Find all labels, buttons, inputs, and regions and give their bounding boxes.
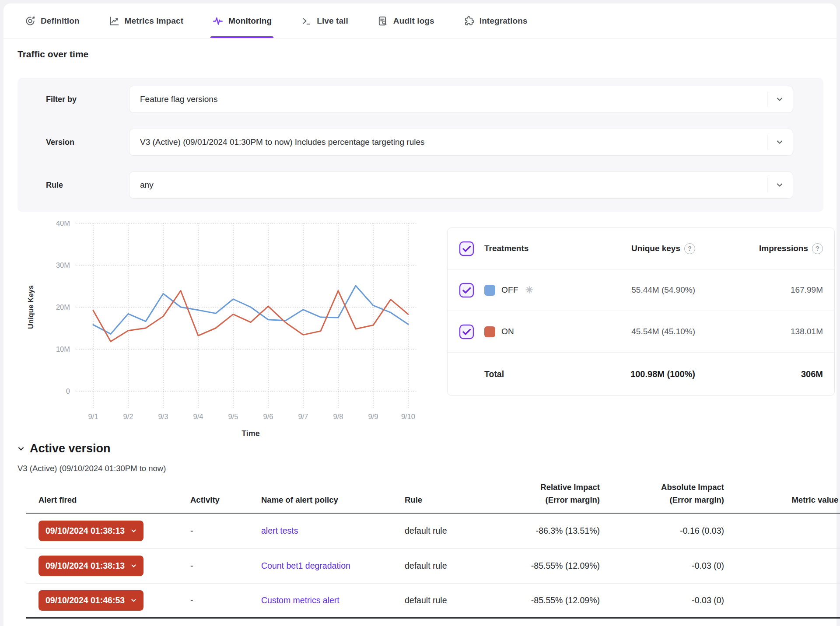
tab-integrations[interactable]: Integrations	[463, 3, 528, 38]
combo-divider	[767, 92, 767, 107]
off-impressions: 167.99M	[695, 285, 823, 295]
tab-audit-logs[interactable]: Audit logs	[377, 3, 434, 38]
col-activity: Activity	[190, 494, 261, 507]
unique-keys-column-header: Unique keys	[631, 244, 680, 253]
tab-live-tail[interactable]: Live tail	[301, 3, 348, 38]
tab-label: Integrations	[480, 16, 528, 26]
alert-relative-impact: -85.55% (12.09%)	[505, 561, 600, 571]
svg-text:9/3: 9/3	[158, 413, 168, 420]
alert-rule: default rule	[405, 526, 505, 536]
alert-fired-badge[interactable]: 09/10/2024 01:38:13	[38, 556, 144, 576]
col-rule: Rule	[405, 494, 505, 507]
svg-text:9/5: 9/5	[228, 413, 238, 420]
alert-metric-value: 0.03 (	[724, 595, 840, 605]
on-unique-keys: 45.54M (45.10%)	[602, 327, 695, 336]
treatment-row-off: OFF ✳ 55.44M (54.90%) 167.99M	[448, 269, 834, 311]
alert-fired-badge[interactable]: 09/10/2024 01:46:53	[38, 590, 144, 611]
tab-label: Live tail	[317, 16, 348, 26]
chevron-down-icon	[775, 138, 793, 147]
off-color-swatch	[484, 285, 495, 296]
chevron-down-icon	[775, 181, 793, 189]
off-checkbox[interactable]	[459, 283, 474, 298]
combo-divider	[767, 178, 767, 192]
treatment-name: OFF	[501, 285, 518, 295]
alert-policy-link[interactable]: Custom metrics alert	[261, 595, 340, 605]
active-version-title: Active version	[30, 442, 111, 455]
version-label: Version	[46, 138, 129, 147]
filter-row-version: Version V3 (Active) (09/01/2024 01:30PM …	[46, 129, 793, 156]
alert-policy-link[interactable]: Count bet1 degradation	[261, 561, 350, 570]
total-unique-keys: 100.98M (100%)	[602, 369, 695, 379]
alert-fired-badge[interactable]: 09/10/2024 01:38:13	[38, 521, 144, 541]
treatments-total-row: Total 100.98M (100%) 306M	[448, 353, 834, 395]
alert-row-1: 09/10/2024 01:38:13 - alert tests defaul…	[26, 514, 840, 549]
svg-text:9/10: 9/10	[401, 413, 415, 420]
treatments-column-header: Treatments	[484, 244, 602, 253]
alerts-header-row: Alert fired Activity Name of alert polic…	[26, 481, 840, 514]
svg-text:0: 0	[66, 387, 70, 395]
impressions-column-header: Impressions	[759, 244, 808, 253]
terminal-icon	[301, 15, 312, 27]
alert-relative-impact: -85.55% (12.09%)	[505, 595, 600, 605]
svg-text:Unique Keys: Unique Keys	[27, 285, 35, 329]
alert-activity: -	[190, 561, 261, 571]
tab-monitoring[interactable]: Monitoring	[212, 3, 272, 38]
svg-text:9/2: 9/2	[123, 413, 133, 420]
filter-by-select[interactable]: Feature flag versions	[129, 86, 793, 113]
rule-value: any	[140, 180, 762, 190]
help-icon[interactable]: ?	[684, 243, 695, 254]
col-policy-name: Name of alert policy	[261, 494, 405, 507]
alert-absolute-impact: -0.03 (0)	[600, 595, 724, 605]
alert-rule: default rule	[405, 595, 505, 605]
svg-text:20M: 20M	[56, 303, 70, 311]
on-color-swatch	[484, 326, 495, 337]
select-all-checkbox[interactable]	[459, 241, 474, 256]
col-absolute-impact: Absolute Impact(Error margin)	[600, 481, 724, 506]
svg-text:9/6: 9/6	[263, 413, 273, 420]
col-alert-fired: Alert fired	[38, 494, 190, 507]
on-checkbox[interactable]	[459, 324, 474, 339]
alert-policy-link[interactable]: alert tests	[261, 526, 298, 535]
active-version-toggle[interactable]: Active version	[17, 442, 111, 455]
alert-absolute-impact: -0.03 (0)	[600, 561, 724, 571]
alert-relative-impact: -86.3% (13.51%)	[505, 526, 600, 536]
tab-metrics-impact[interactable]: Metrics impact	[108, 3, 183, 38]
svg-text:40M: 40M	[56, 221, 70, 227]
alert-activity: -	[190, 526, 261, 536]
alert-row-2: 09/10/2024 01:38:13 - Count bet1 degrada…	[26, 549, 840, 584]
filter-by-label: Filter by	[46, 95, 129, 104]
svg-text:9/1: 9/1	[88, 413, 98, 420]
version-select[interactable]: V3 (Active) (09/01/2024 01:30PM to now) …	[129, 129, 793, 156]
total-label: Total	[484, 369, 602, 379]
total-impressions: 306M	[695, 369, 823, 379]
svg-text:30M: 30M	[56, 261, 70, 269]
rule-select[interactable]: any	[129, 171, 793, 199]
chevron-down-icon	[775, 95, 793, 104]
tab-definition[interactable]: Definition	[24, 3, 80, 38]
metrics-chart-icon	[108, 15, 120, 27]
help-icon[interactable]: ?	[812, 243, 823, 254]
default-treatment-icon: ✳	[525, 285, 533, 295]
alert-absolute-impact: -0.16 (0.03)	[600, 526, 724, 536]
chevron-down-icon	[130, 563, 137, 569]
alert-metric-value: 0.19 (	[724, 526, 840, 536]
col-relative-impact: Relative Impact(Error margin)	[505, 481, 600, 506]
traffic-chart: 010M20M30M40M9/19/29/39/49/59/69/79/89/9…	[26, 221, 424, 440]
tab-label: Audit logs	[393, 16, 434, 26]
combo-divider	[767, 135, 767, 150]
page-title: Traffic over time	[18, 49, 88, 59]
tab-label: Metrics impact	[125, 16, 183, 26]
treatments-card: Treatments Unique keys? Impressions? OFF…	[447, 227, 835, 396]
treatment-name: ON	[501, 327, 514, 336]
active-version-subtitle: V3 (Active) (09/10/2024 01:30PM to now)	[18, 464, 166, 473]
tab-label: Definition	[41, 16, 80, 26]
alert-rule: default rule	[405, 561, 505, 571]
version-value: V3 (Active) (09/01/2024 01:30PM to now) …	[140, 137, 762, 147]
puzzle-icon	[463, 15, 475, 27]
svg-text:9/7: 9/7	[298, 413, 308, 420]
svg-text:Time: Time	[242, 429, 260, 438]
alerts-table: Alert fired Activity Name of alert polic…	[26, 481, 840, 619]
col-metric-value: Metric value (basel	[724, 494, 840, 507]
chevron-down-icon	[130, 597, 137, 604]
on-impressions: 138.01M	[695, 327, 823, 336]
